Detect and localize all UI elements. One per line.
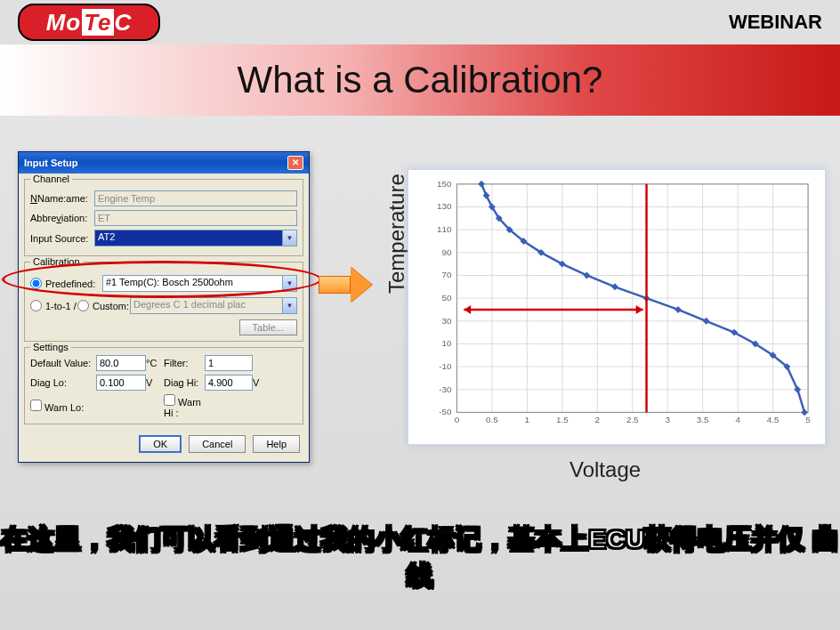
warnhi-check[interactable]: [164, 394, 175, 406]
svg-text:-30: -30: [439, 384, 452, 394]
slide-title: What is a Calibration?: [0, 44, 840, 116]
default-value-field[interactable]: [96, 355, 146, 371]
custom-radio[interactable]: [30, 300, 42, 311]
close-icon[interactable]: ✕: [287, 156, 303, 170]
diaghi-field[interactable]: [205, 375, 253, 391]
source-label: Input Source:: [30, 233, 94, 244]
svg-text:2: 2: [595, 415, 600, 424]
webinar-label: WEBINAR: [729, 11, 822, 34]
custom-radio2[interactable]: [77, 300, 89, 311]
custom-combo[interactable]: Degrees C 1 decimal plac ▼: [130, 297, 297, 314]
logo: MoTeC: [18, 4, 160, 41]
svg-text:2.5: 2.5: [626, 415, 639, 424]
svg-text:3: 3: [665, 415, 670, 424]
settings-group: Settings Default Value: °C Filter: Diag …: [24, 347, 303, 424]
svg-text:3.5: 3.5: [697, 415, 709, 424]
channel-group: Channel NName:ame: Abbreviation: Input S…: [24, 179, 303, 256]
svg-text:10: 10: [442, 338, 452, 348]
svg-text:-50: -50: [439, 407, 452, 416]
predefined-value: #1 Temp(C): Bosch 2500ohm: [106, 277, 233, 287]
dialog-buttons: OK Cancel Help: [19, 430, 309, 462]
custom-value: Degrees C 1 decimal plac: [133, 299, 246, 310]
svg-text:-10: -10: [439, 361, 452, 371]
filter-field[interactable]: [205, 355, 253, 371]
diaghi-unit: V: [253, 377, 267, 388]
predefined-radio[interactable]: [30, 278, 42, 289]
warnhi-label: Warn Hi :: [164, 394, 205, 418]
svg-text:5: 5: [805, 415, 811, 424]
help-button[interactable]: Help: [253, 435, 300, 453]
svg-text:110: 110: [437, 224, 452, 234]
name-label: NName:ame:: [30, 193, 94, 204]
warnlo-label: Warn Lo:: [30, 400, 96, 413]
predefined-combo[interactable]: #1 Temp(C): Bosch 2500ohm ▼: [102, 275, 297, 292]
diaglo-label: Diag Lo:: [30, 377, 96, 388]
warnlo-check[interactable]: [30, 400, 42, 411]
table-button[interactable]: Table...: [239, 319, 297, 335]
diaglo-field[interactable]: [96, 375, 146, 391]
chevron-down-icon[interactable]: ▼: [282, 276, 296, 291]
input-setup-dialog: Input Setup ✕ Channel NName:ame: Abbrevi…: [18, 151, 310, 463]
calibration-group: Calibration Predefined: #1 Temp(C): Bosc…: [24, 262, 303, 342]
name-field[interactable]: [94, 190, 297, 206]
svg-text:30: 30: [442, 316, 452, 326]
channel-legend: Channel: [30, 174, 72, 184]
input-source-combo[interactable]: AT2 ▼: [94, 230, 297, 246]
default-unit: °C: [146, 358, 164, 368]
content-area: Input Setup ✕ Channel NName:ame: Abbrevi…: [0, 116, 840, 151]
input-source-value: AT2: [98, 231, 115, 242]
svg-text:1.5: 1.5: [556, 415, 569, 424]
dialog-title: Input Setup: [24, 158, 78, 168]
header-bar: MoTeC WEBINAR: [0, 0, 840, 44]
ok-button[interactable]: OK: [139, 435, 182, 453]
chart: 00.511.522.533.544.55-50-30-101030507090…: [408, 169, 826, 445]
chart-svg: 00.511.522.533.544.55-50-30-101030507090…: [414, 175, 820, 439]
custom-label: Custom:: [93, 301, 130, 311]
svg-text:70: 70: [442, 270, 452, 279]
settings-legend: Settings: [30, 342, 71, 352]
svg-text:0: 0: [455, 415, 460, 424]
oneone-label: 1-to-1 /: [45, 301, 77, 311]
diaglo-unit: V: [146, 377, 164, 388]
svg-text:4: 4: [735, 415, 740, 424]
svg-text:4.5: 4.5: [767, 415, 779, 424]
svg-text:130: 130: [437, 201, 452, 211]
abbrev-label: Abbreviation:: [30, 213, 94, 223]
diaghi-label: Diag Hi:: [164, 377, 205, 388]
default-label: Default Value:: [30, 358, 96, 368]
calibration-legend: Calibration: [30, 256, 83, 267]
chevron-down-icon[interactable]: ▼: [282, 230, 296, 246]
subtitle-overlay: 在这里，我们可以看到通过我的小红标记，基本上ECU获得电压并仅 曲线: [0, 521, 840, 594]
arrow-icon: [319, 267, 372, 303]
chevron-down-icon[interactable]: ▼: [282, 298, 296, 313]
logo-text: MoTeC: [46, 9, 133, 36]
y-axis-label: Temperature: [384, 174, 409, 294]
svg-text:0.5: 0.5: [486, 415, 498, 424]
svg-text:90: 90: [442, 247, 452, 257]
abbrev-field[interactable]: [94, 210, 297, 226]
svg-text:150: 150: [437, 179, 452, 189]
predefined-label: Predefined:: [45, 279, 102, 289]
svg-text:50: 50: [442, 293, 452, 303]
x-axis-label: Voltage: [569, 457, 641, 482]
cancel-button[interactable]: Cancel: [189, 435, 246, 453]
filter-label: Filter:: [164, 358, 205, 368]
svg-text:1: 1: [525, 415, 529, 424]
dialog-titlebar[interactable]: Input Setup ✕: [19, 152, 309, 174]
